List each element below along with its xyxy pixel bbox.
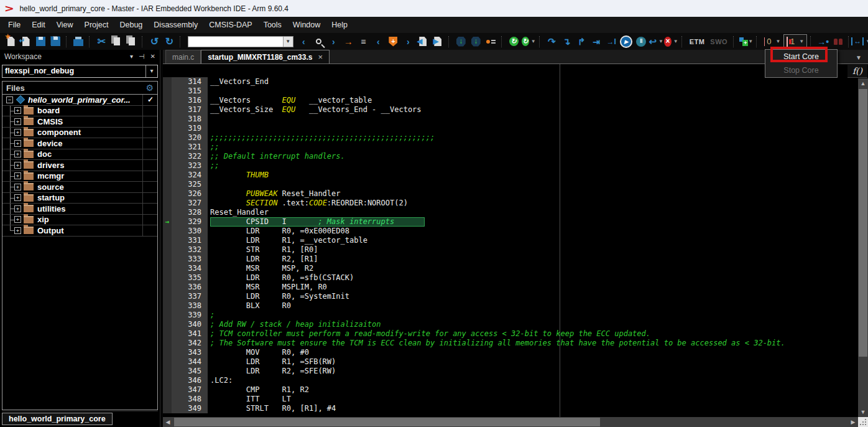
menu-view[interactable]: View [51,17,79,33]
toggle-breakpoint-button[interactable]: + [386,34,400,49]
go-to-definition-button[interactable]: → [341,34,356,49]
breakpoint-gutter[interactable] [163,385,172,395]
breakpoint-gutter[interactable] [163,339,172,348]
search-next-button[interactable]: › [326,34,341,49]
breakpoint-gutter[interactable] [163,77,172,87]
breakpoint-gutter[interactable] [163,292,172,301]
menu-cmsis-dap[interactable]: CMSIS-DAP [203,17,257,33]
scroll-down-icon[interactable]: ▼ [858,407,868,417]
chevron-down-icon[interactable]: ▼ [658,39,663,44]
expand-icon[interactable]: + [14,140,21,147]
undo-button[interactable]: ↺ [147,34,162,49]
breakpoint-gutter[interactable] [163,245,172,255]
chevron-down-icon[interactable]: ▼ [799,39,804,44]
reset-button[interactable]: ↩▼ [649,34,663,49]
breakpoint-gutter[interactable] [163,404,172,413]
toggle-list-button[interactable]: ≡ [356,34,371,49]
next-bookmark-button[interactable]: ▶ [431,34,445,49]
reset-target-button[interactable]: ↻ [507,34,521,49]
breakpoint-gutter[interactable] [163,255,172,264]
tree-item-output[interactable]: +Output [2,225,157,237]
new-document-button[interactable]: ★ [4,34,18,49]
editor-tab-startup-mimxrt1186-cm33-s[interactable]: startup_MIMXRT1186_cm33.s× [201,50,330,63]
gear-icon[interactable]: ⚙ [145,83,154,93]
breakpoint-gutter[interactable] [163,96,172,105]
expand-icon[interactable]: + [14,118,21,125]
find-button[interactable] [312,34,326,49]
tree-item-doc[interactable]: +doc [2,149,157,161]
close-tab-icon[interactable]: × [318,52,323,62]
breakpoint-gutter[interactable] [163,87,172,96]
tree-item-utilities[interactable]: +utilities [2,204,157,215]
breakpoint-gutter[interactable] [163,311,172,320]
code-area[interactable]: 314__Vectors_End315316__Vectors EQU __ve… [163,64,858,417]
breakpoint-gutter[interactable] [163,301,172,311]
chevron-down-icon[interactable]: ▼ [531,39,536,44]
menu-edit[interactable]: Edit [26,17,51,33]
breakpoint-gutter[interactable] [163,395,172,404]
step-into-button[interactable]: ↴ [560,34,574,49]
breakpoint-gutter[interactable] [163,376,172,385]
workspace-menu-icon[interactable]: ▾ [130,53,133,60]
chevron-down-icon[interactable]: ▼ [283,37,293,47]
paste-button[interactable] [124,34,139,49]
breakpoint-gutter[interactable] [163,161,172,171]
copy-button[interactable] [109,34,124,49]
expand-icon[interactable]: + [14,129,21,136]
chevron-down-icon[interactable]: ▼ [866,39,868,44]
tree-item-xip[interactable]: +xip [2,215,157,226]
menu-project[interactable]: Project [79,17,114,33]
menu-tools[interactable]: Tools [258,17,287,33]
expand-icon[interactable]: + [14,205,21,212]
breakpoint-gutter[interactable] [163,115,172,124]
print-button[interactable] [72,34,86,49]
multicore-workspace-button[interactable]: ▼ [739,34,753,49]
breakpoint-gutter[interactable] [163,152,172,161]
previous-bookmark-button[interactable]: ◀ [416,34,430,49]
function-list-button[interactable]: f() [847,65,867,78]
breakpoint-gutter[interactable] [163,208,172,217]
collapse-icon[interactable]: − [6,96,13,103]
menu-debug[interactable]: Debug [114,17,148,33]
tree-item-cmsis[interactable]: +CMSIS [2,116,157,128]
scroll-left-icon[interactable]: ◀ [163,417,173,427]
suspend-all-cores-button[interactable] [831,34,845,49]
chevron-down-icon[interactable]: ▼ [673,39,678,44]
pin-icon[interactable]: ⊤ [137,54,145,60]
breakpoint-gutter[interactable] [163,189,172,199]
breakpoint-gutter[interactable] [163,320,172,329]
live-watch-button[interactable] [484,34,498,49]
expand-icon[interactable]: + [14,172,21,179]
breakpoint-gutter[interactable] [163,264,172,273]
menu-file[interactable]: File [2,17,26,33]
menu-item-stop-core[interactable]: Stop Core [765,63,837,77]
download-active-application-button[interactable]: ↓ [469,34,483,49]
scroll-up-icon[interactable]: ▲ [858,78,868,88]
run-to-cursor-button[interactable]: →I [604,34,619,49]
expand-icon[interactable]: + [14,151,21,157]
navigate-forward-button[interactable]: › [401,34,415,49]
etm-indicator[interactable]: ETM [687,38,708,45]
expand-icon[interactable]: + [14,194,21,201]
step-over-button[interactable]: ↷ [545,34,559,49]
close-icon[interactable]: ✕ [150,53,155,60]
build-configuration-select[interactable]: flexspi_nor_debug ▾ [2,65,158,78]
tree-item-mcmgr[interactable]: +mcmgr [2,171,157,182]
breakpoint-gutter[interactable] [163,199,172,208]
scroll-right-icon[interactable]: ▶ [848,417,858,427]
breakpoint-gutter[interactable] [163,357,172,367]
breakpoint-gutter[interactable] [163,171,172,180]
break-button[interactable]: ‖ [634,34,649,49]
save-button[interactable] [34,34,48,49]
workspace-bottom-tab[interactable]: hello_world_primary_core [2,413,113,425]
breakpoint-gutter[interactable] [163,180,172,189]
expand-icon[interactable]: + [14,184,21,190]
resize-grip[interactable] [858,417,868,427]
horizontal-scrollbar-thumb[interactable] [174,418,600,426]
full-restart-button[interactable]: ↻▼ [522,34,536,49]
menu-window[interactable]: Window [287,17,326,33]
expand-icon[interactable]: + [14,216,21,223]
download-and-debug-button[interactable]: ↓ [454,34,468,49]
step-out-button[interactable]: ↱ [575,34,589,49]
breakpoint-gutter[interactable] [163,133,172,143]
